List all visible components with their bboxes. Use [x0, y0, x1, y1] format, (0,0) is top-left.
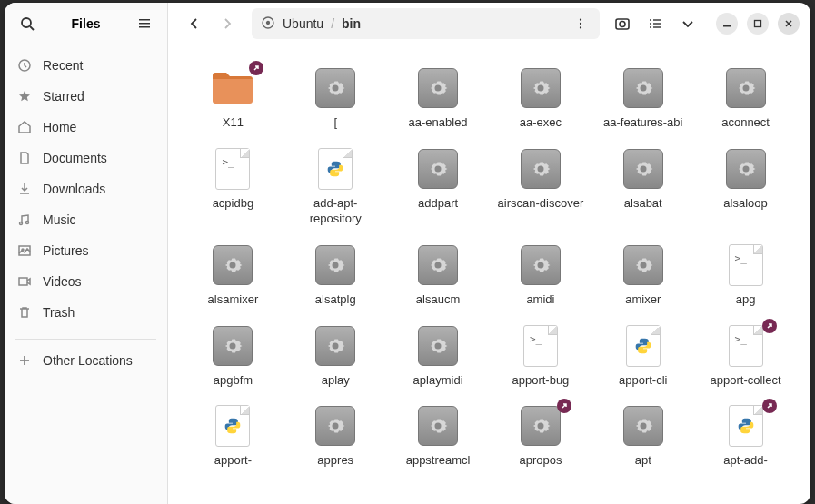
- svg-point-47: [435, 342, 442, 349]
- file-view[interactable]: X11[aa-enabledaa-execaa-features-abiacon…: [168, 44, 810, 504]
- back-button[interactable]: [179, 8, 210, 39]
- svg-rect-4: [139, 26, 150, 28]
- path-separator: /: [331, 16, 334, 31]
- file-item[interactable]: aa-exec: [494, 63, 588, 134]
- maximize-icon: [753, 19, 762, 28]
- sidebar-item-other-locations[interactable]: Other Locations: [5, 345, 167, 376]
- svg-point-37: [537, 165, 543, 172]
- file-item[interactable]: >_apport-bug: [494, 321, 588, 392]
- file-icon: [211, 404, 254, 448]
- file-item[interactable]: add-apt-repository: [289, 143, 383, 231]
- svg-point-46: [333, 342, 339, 349]
- sidebar-item-recent[interactable]: Recent: [5, 50, 167, 81]
- file-item[interactable]: alsabat: [596, 143, 690, 231]
- file-item[interactable]: aa-enabled: [392, 63, 485, 134]
- svg-point-18: [580, 26, 581, 28]
- file-item[interactable]: aconnect: [699, 63, 792, 134]
- close-button[interactable]: [778, 13, 800, 35]
- path-segment-root[interactable]: Ubuntu: [283, 16, 323, 31]
- file-item[interactable]: aa-features-abi: [596, 63, 690, 134]
- svg-point-36: [435, 165, 442, 172]
- sidebar-item-starred[interactable]: Starred: [5, 81, 167, 112]
- svg-point-50: [537, 423, 543, 430]
- svg-point-42: [435, 262, 442, 268]
- file-item[interactable]: addpart: [392, 143, 485, 231]
- file-item[interactable]: apgbfm: [186, 321, 280, 392]
- svg-point-25: [650, 26, 651, 28]
- file-item[interactable]: >_acpidbg: [186, 143, 280, 231]
- pathbar[interactable]: Ubuntu / bin: [252, 8, 600, 39]
- sidebar-item-label: Downloads: [43, 182, 105, 196]
- file-item[interactable]: >_apport-collect: [699, 321, 792, 392]
- file-label: apt-add-: [723, 453, 767, 469]
- clock-icon: [17, 58, 32, 73]
- path-segment-current[interactable]: bin: [342, 16, 361, 31]
- file-item[interactable]: amidi: [494, 240, 588, 311]
- sidebar-item-label: Starred: [43, 89, 84, 104]
- view-options-button[interactable]: [672, 8, 703, 39]
- sidebar-item-downloads[interactable]: Downloads: [5, 173, 167, 204]
- svg-point-38: [640, 165, 646, 172]
- file-item[interactable]: [: [289, 63, 383, 134]
- file-icon: [724, 66, 768, 110]
- view-list-button[interactable]: [640, 8, 671, 39]
- list-icon: [137, 16, 152, 31]
- forward-button[interactable]: [212, 8, 243, 39]
- pathbar-menu-button[interactable]: [565, 8, 596, 39]
- svg-rect-19: [616, 19, 629, 29]
- file-label: apport-cli: [619, 373, 667, 389]
- file-icon: [621, 324, 665, 368]
- file-item[interactable]: alsaucm: [392, 240, 485, 311]
- sidebar-item-label: Trash: [43, 305, 75, 320]
- maximize-button[interactable]: [747, 13, 769, 35]
- search-content-button[interactable]: [607, 8, 638, 39]
- document-icon: [17, 151, 32, 165]
- sidebar-item-trash[interactable]: Trash: [5, 297, 167, 328]
- file-item[interactable]: airscan-discover: [494, 143, 588, 231]
- file-label: aa-features-abi: [603, 115, 682, 131]
- sidebar-item-label: Other Locations: [43, 353, 133, 368]
- sidebar-item-videos[interactable]: Videos: [5, 266, 167, 297]
- sidebar-menu-button[interactable]: [129, 8, 160, 39]
- file-item[interactable]: alsaloop: [699, 143, 792, 231]
- sidebar-item-label: Videos: [43, 274, 82, 289]
- svg-rect-26: [653, 26, 661, 27]
- file-item[interactable]: alsamixer: [186, 240, 280, 311]
- search-button[interactable]: [12, 8, 43, 39]
- file-item[interactable]: apport-cli: [596, 321, 690, 392]
- file-item[interactable]: apport-: [186, 400, 280, 472]
- file-item[interactable]: appstreamcl: [392, 400, 485, 472]
- sidebar-item-music[interactable]: Music: [5, 204, 167, 235]
- file-item[interactable]: alsatplg: [289, 240, 383, 311]
- file-label: appstreamcl: [406, 453, 471, 469]
- sidebar-item-label: Music: [43, 212, 76, 227]
- minimize-button[interactable]: [716, 13, 738, 35]
- plus-icon: [17, 353, 32, 368]
- file-item[interactable]: appres: [289, 400, 383, 472]
- svg-point-44: [640, 262, 646, 268]
- sidebar-item-documents[interactable]: Documents: [5, 143, 167, 173]
- svg-point-32: [435, 85, 442, 92]
- svg-point-20: [620, 22, 625, 27]
- file-icon: [313, 324, 357, 368]
- file-item[interactable]: apt: [596, 400, 690, 472]
- file-icon: [519, 243, 562, 287]
- file-item[interactable]: X11: [186, 63, 280, 134]
- file-item[interactable]: amixer: [596, 240, 690, 311]
- svg-point-0: [22, 18, 31, 27]
- svg-point-7: [20, 222, 23, 225]
- file-item[interactable]: apt-add-: [699, 400, 792, 472]
- file-item[interactable]: aplaymidi: [392, 321, 485, 392]
- sidebar-item-home[interactable]: Home: [5, 112, 167, 143]
- file-item[interactable]: apropos: [494, 400, 588, 472]
- sidebar-item-pictures[interactable]: Pictures: [5, 235, 167, 266]
- file-icon: [621, 147, 665, 191]
- file-item[interactable]: >_apg: [699, 240, 792, 311]
- svg-point-31: [333, 85, 339, 92]
- svg-point-40: [230, 262, 236, 268]
- chevron-right-icon: [220, 16, 234, 31]
- sidebar-item-label: Pictures: [43, 243, 89, 258]
- file-icon: [416, 243, 460, 287]
- file-item[interactable]: aplay: [289, 321, 383, 392]
- kebab-icon: [574, 17, 587, 30]
